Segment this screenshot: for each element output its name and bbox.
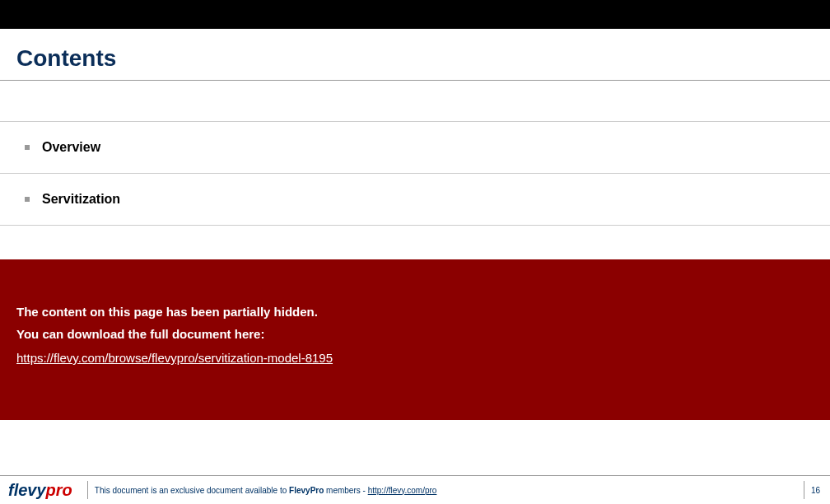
footer-bold: FlevyPro xyxy=(289,486,324,495)
logo-part1: flevy xyxy=(8,481,46,499)
toc-item-servitization: Servitization xyxy=(0,173,830,226)
page-title: Contents xyxy=(0,29,830,80)
toc-label: Overview xyxy=(42,140,100,155)
hidden-content-notice: The content on this page has been partia… xyxy=(0,259,830,420)
toc-item-overview: Overview xyxy=(0,121,830,174)
logo-part2: pro xyxy=(46,481,72,499)
slide-body: Contents Overview Servitization The cont… xyxy=(0,29,830,504)
footer-prefix: This document is an exclusive document a… xyxy=(95,486,289,495)
footer-link[interactable]: http://flevy.com/pro xyxy=(368,486,437,495)
page-number: 16 xyxy=(811,486,830,495)
bullet-icon xyxy=(25,197,30,202)
toc-label: Servitization xyxy=(42,192,120,207)
hidden-text-1: The content on this page has been partia… xyxy=(16,305,814,319)
spacer xyxy=(0,81,830,122)
footer-text: This document is an exclusive document a… xyxy=(95,486,797,495)
slide-footer: flevypro This document is an exclusive d… xyxy=(0,475,830,504)
download-link[interactable]: https://flevy.com/browse/flevypro/servit… xyxy=(16,351,333,365)
bullet-icon xyxy=(25,145,30,150)
footer-mid: members - xyxy=(324,486,367,495)
hidden-text-2: You can download the full document here: xyxy=(16,327,814,341)
footer-divider xyxy=(87,481,88,499)
flevypro-logo: flevypro xyxy=(0,481,81,500)
footer-divider-right xyxy=(804,481,804,499)
